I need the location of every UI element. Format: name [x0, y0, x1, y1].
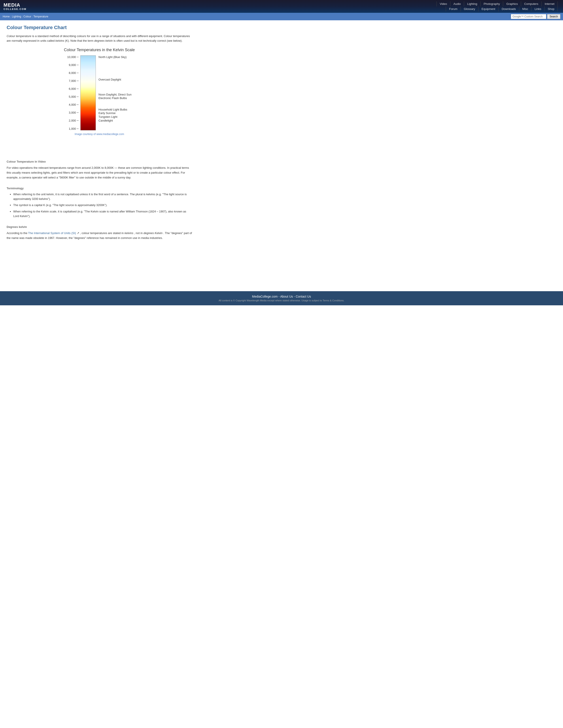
label-household-line1: Household Light Bulbs [98, 108, 127, 112]
chart-title: Colour Temperatures in the Kelvin Scale [7, 48, 192, 52]
y-label-8000: 8,000 [69, 71, 79, 75]
label-household-line2: Early Sunrise [98, 111, 127, 115]
label-spacer1 [98, 63, 132, 70]
terminology-list: When referring to the unit kelvin, it is… [13, 192, 192, 219]
y-tick [77, 89, 79, 89]
search-area: Search [511, 14, 560, 19]
video-section-title: Colour Temperature in Video [7, 160, 192, 163]
logo-media: MEDIA [4, 2, 26, 8]
degrees-section-body: According to the The International Syste… [7, 231, 192, 240]
nav-downloads[interactable]: Downloads [499, 6, 519, 11]
y-label-5000: 5,000 [69, 95, 79, 98]
y-tick [77, 129, 79, 129]
intro-text: Colour temperature is a standard method … [7, 34, 192, 43]
y-axis: 10,000 9,000 8,000 7,000 6,000 [67, 55, 80, 130]
nav-internet[interactable]: Internet [542, 1, 558, 6]
nav-photography[interactable]: Photography [481, 1, 503, 6]
nav-glossary[interactable]: Glossary [461, 6, 478, 11]
main-content: Colour Temperature Chart Colour temperat… [0, 20, 199, 278]
site-logo[interactable]: MEDIA COLLEGE.COM [4, 2, 26, 10]
footer-title: MediaCollege.com - About Us - Contact Us [4, 295, 559, 298]
y-label-9000: 9,000 [69, 63, 79, 67]
list-item: When referring to the unit kelvin, it is… [13, 192, 192, 201]
video-section-body: For video operations the relevant temper… [7, 165, 192, 180]
terminology-section-title: Terminology [7, 187, 192, 190]
y-tick [77, 120, 79, 121]
footer-copyright: All content is © Copyright Wavelength Me… [4, 299, 559, 302]
search-button[interactable]: Search [547, 14, 560, 19]
label-north-light: North Light (Blue Sky) [98, 55, 132, 63]
logo-college: COLLEGE.COM [4, 8, 26, 10]
list-item: The symbol is a capital K (e.g. "The lig… [13, 203, 192, 208]
label-noon-line1: Noon Daylight, Direct Sun [98, 93, 132, 97]
y-label-1000: 1,000 [69, 127, 79, 130]
si-link[interactable]: The International System of Units (SI) [28, 231, 76, 235]
terminology-section: Terminology When referring to the unit k… [7, 187, 192, 219]
degrees-section-title: Degrees kelvin [7, 225, 192, 229]
image-credit: Image courtesy of www.mediacollege.com [7, 133, 192, 136]
intro-italic2: kelvins [55, 39, 64, 42]
label-spacer3 [98, 85, 132, 93]
nav-links[interactable]: Links [531, 6, 544, 11]
video-section: Colour Temperature in Video For video op… [7, 160, 192, 180]
search-input[interactable] [511, 14, 546, 19]
y-label-6000: 6,000 [69, 87, 79, 90]
y-label-10000: 10,000 [67, 55, 79, 59]
site-footer: MediaCollege.com - About Us - Contact Us… [0, 291, 563, 305]
nav-lighting[interactable]: Lighting [464, 1, 481, 6]
bottom-spacer2 [7, 260, 192, 274]
y-tick [77, 81, 79, 81]
label-spacer2 [98, 70, 132, 78]
intro-text-k: (K). Note that the term [65, 39, 94, 42]
intro-italic1: Colour temperature [7, 34, 31, 38]
y-label-4000: 4,000 [69, 103, 79, 106]
label-overcast: Overcast Daylight [98, 78, 132, 85]
degrees-section: Degrees kelvin According to the The Inte… [7, 225, 192, 240]
main-nav: Video Audio Lighting Photography Graphic… [435, 1, 559, 11]
breadcrumb-bar: Home : Lighting : Colour : Temperature S… [0, 13, 563, 20]
y-tick [77, 97, 79, 97]
label-spacer5 [98, 115, 132, 123]
page-title: Colour Temperature Chart [7, 25, 192, 30]
chart-annotations: North Light (Blue Sky) Overcast Daylight… [96, 55, 132, 130]
nav-video[interactable]: Video [437, 1, 450, 6]
y-label-7000: 7,000 [69, 79, 79, 83]
site-header: MEDIA COLLEGE.COM Video Audio Lighting P… [0, 0, 563, 13]
y-label-2000: 2,000 [69, 119, 79, 122]
nav-equipment[interactable]: Equipment [478, 6, 499, 11]
spacer [7, 140, 192, 153]
chart-container: Colour Temperatures in the Kelvin Scale … [7, 48, 192, 136]
intro-italic3: degrees kelvin [94, 39, 113, 42]
nav-top-row: Video Audio Lighting Photography Graphic… [435, 1, 559, 6]
breadcrumb: Home : Lighting : Colour : Temperature [3, 15, 48, 18]
color-temperature-bar [80, 55, 96, 130]
label-household: Household Light Bulbs Early Sunrise Tung… [98, 108, 132, 115]
list-item: When referring to the Kelvin scale, it i… [13, 209, 192, 219]
nav-graphics[interactable]: Graphics [503, 1, 521, 6]
nav-shop[interactable]: Shop [545, 6, 558, 11]
label-noon: Noon Daylight, Direct Sun Electronic Fla… [98, 93, 132, 100]
nav-bottom-row: Forum Glossary Equipment Downloads Misc … [435, 6, 559, 11]
nav-misc[interactable]: Misc [519, 6, 532, 11]
intro-text-end: is often used but is not technically cor… [113, 39, 182, 42]
label-spacer4 [98, 100, 132, 108]
label-spacer6 [98, 123, 132, 130]
kelvin-chart: 10,000 9,000 8,000 7,000 6,000 [67, 55, 131, 130]
nav-computers[interactable]: Computers [521, 1, 542, 6]
y-tick [77, 73, 79, 73]
bottom-spacer [7, 247, 192, 260]
external-link-icon: ↗ [77, 231, 79, 235]
label-noon-line2: Electronic Flash Bulbs [98, 96, 132, 100]
nav-forum[interactable]: Forum [446, 6, 461, 11]
nav-audio[interactable]: Audio [450, 1, 464, 6]
y-label-3000: 3,000 [69, 111, 79, 114]
